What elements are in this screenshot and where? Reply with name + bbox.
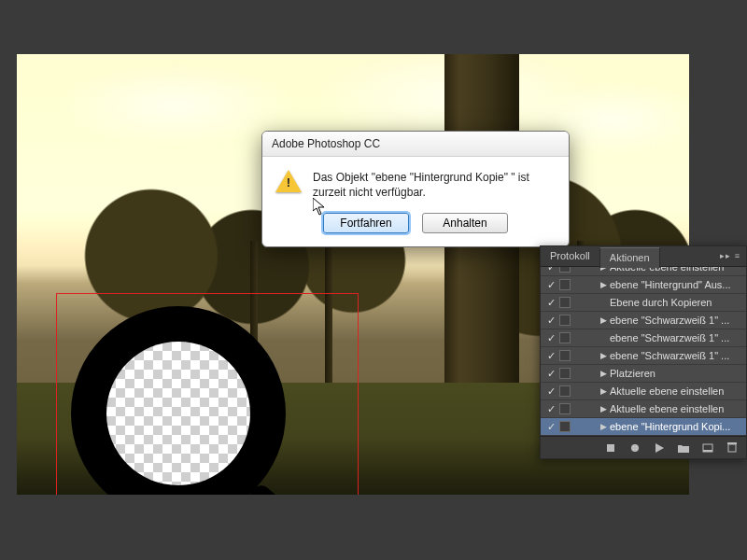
action-dialog-checkbox[interactable] [559, 403, 571, 414]
stop-button[interactable]: Anhalten [422, 213, 508, 233]
svg-rect-1 [607, 444, 614, 452]
action-row[interactable]: ✓ebene "Schwarzweiß 1" ... [541, 329, 746, 347]
action-toggle-checkbox[interactable]: ✓ [544, 350, 557, 362]
action-row[interactable]: ✓▶ebene "Schwarzweiß 1" ... [541, 312, 746, 329]
action-toggle-checkbox[interactable]: ✓ [544, 332, 557, 344]
disclosure-triangle-icon[interactable]: ▶ [599, 386, 608, 396]
action-toggle-checkbox[interactable]: ✓ [544, 368, 557, 380]
action-dialog-checkbox[interactable] [559, 315, 571, 326]
svg-rect-6 [728, 444, 736, 452]
action-label: ebene "Schwarzweiß 1" ... [610, 332, 742, 343]
action-toggle-checkbox[interactable]: ✓ [544, 279, 557, 291]
action-toggle-checkbox[interactable]: ✓ [544, 385, 557, 398]
action-row[interactable]: ✓▶Aktuelle ebene einstellen [541, 267, 746, 276]
dialog-message: Das Objekt "ebene "Hintergrund Kopie" " … [313, 170, 556, 200]
new-icon[interactable] [696, 439, 720, 457]
dialog-title: Adobe Photoshop CC [262, 132, 569, 157]
svg-rect-5 [703, 450, 712, 452]
warning-icon [275, 170, 302, 196]
action-row[interactable]: ✓Ebene durch Kopieren [541, 294, 746, 312]
action-dialog-checkbox[interactable] [559, 350, 571, 361]
disclosure-triangle-icon[interactable]: ▶ [599, 404, 608, 413]
image-background [54, 63, 297, 147]
action-row[interactable]: ✓▶ebene "Hintergrund Kopi... [541, 418, 746, 436]
disclosure-triangle-icon[interactable]: ▶ [599, 422, 608, 431]
action-toggle-checkbox[interactable]: ✓ [544, 267, 557, 273]
svg-marker-3 [655, 443, 664, 453]
action-label: Aktuelle ebene einstellen [610, 385, 742, 397]
trash-icon[interactable] [720, 439, 744, 457]
action-toggle-checkbox[interactable]: ✓ [544, 403, 557, 415]
action-dialog-checkbox[interactable] [559, 279, 571, 290]
action-toggle-checkbox[interactable]: ✓ [544, 421, 557, 433]
action-label: ebene "Hintergrund" Aus... [610, 279, 742, 290]
action-dialog-checkbox[interactable] [559, 385, 571, 397]
action-dialog-checkbox[interactable] [559, 267, 571, 273]
alert-dialog: Adobe Photoshop CC Das Objekt "ebene "Hi… [261, 131, 570, 247]
action-row[interactable]: ✓▶Platzieren [541, 365, 746, 383]
action-dialog-checkbox[interactable] [559, 421, 571, 432]
disclosure-triangle-icon[interactable]: ▶ [599, 369, 608, 378]
action-row[interactable]: ✓▶Aktuelle ebene einstellen [541, 400, 746, 418]
tab-history[interactable]: Protokoll [541, 246, 599, 267]
continue-button[interactable]: Fortfahren [323, 213, 409, 233]
record-icon[interactable] [623, 439, 647, 457]
action-label: ebene "Schwarzweiß 1" ... [610, 350, 742, 361]
actions-list[interactable]: ✓▶Aktuelle ebene einstellen✓▶ebene "Hint… [541, 267, 746, 436]
action-toggle-checkbox[interactable]: ✓ [544, 297, 557, 309]
tab-actions[interactable]: Aktionen [599, 247, 660, 268]
svg-rect-7 [727, 442, 737, 444]
stop-icon[interactable] [599, 439, 623, 457]
disclosure-triangle-icon[interactable]: ▶ [599, 315, 608, 325]
action-label: Aktuelle ebene einstellen [610, 403, 742, 414]
svg-point-2 [631, 444, 639, 452]
action-label: ebene "Hintergrund Kopi... [610, 421, 742, 432]
action-row[interactable]: ✓▶ebene "Hintergrund" Aus... [541, 276, 746, 294]
action-label: Ebene durch Kopieren [610, 297, 742, 308]
disclosure-triangle-icon[interactable]: ▶ [599, 280, 608, 289]
action-label: ebene "Schwarzweiß 1" ... [610, 315, 742, 326]
action-label: Platzieren [610, 368, 742, 379]
panel-menu-icon[interactable]: ▸▸≡ [720, 251, 740, 260]
action-row[interactable]: ✓▶ebene "Schwarzweiß 1" ... [541, 347, 746, 365]
actions-panel: Protokoll Aktionen ▸▸≡ ✓▶Aktuelle ebene … [540, 245, 747, 459]
action-dialog-checkbox[interactable] [559, 297, 571, 308]
folder-icon[interactable] [671, 439, 696, 457]
panel-tabs: Protokoll Aktionen ▸▸≡ [541, 246, 746, 267]
action-dialog-checkbox[interactable] [559, 332, 571, 343]
disclosure-triangle-icon[interactable]: ▶ [599, 351, 608, 360]
action-row[interactable]: ✓▶Aktuelle ebene einstellen [541, 383, 746, 400]
action-dialog-checkbox[interactable] [559, 368, 571, 379]
play-icon[interactable] [647, 439, 671, 457]
actions-footer [541, 436, 746, 458]
action-toggle-checkbox[interactable]: ✓ [544, 315, 557, 327]
